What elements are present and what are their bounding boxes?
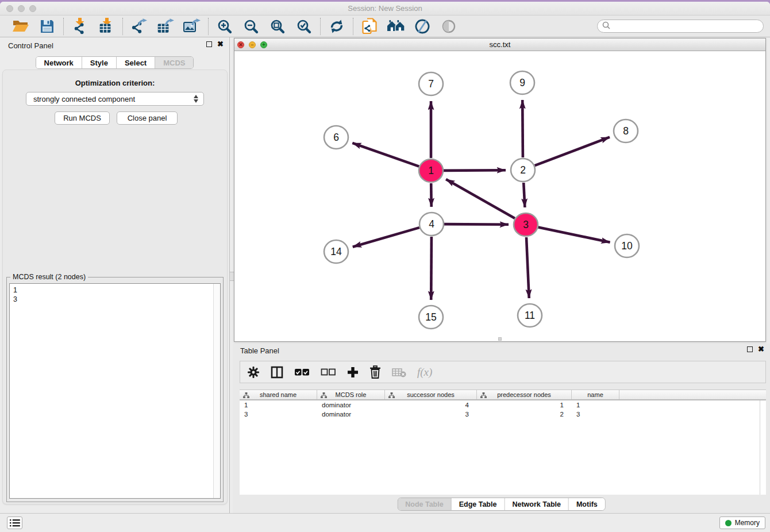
column-header-MCDS-role[interactable]: MCDS role [317, 390, 385, 399]
table-toolbar: f(x) [240, 361, 766, 383]
add-row-icon[interactable] [347, 367, 359, 378]
memory-button[interactable]: Memory [719, 516, 765, 529]
edge-3-11[interactable] [526, 237, 529, 298]
close-panel-button[interactable]: Close panel [117, 111, 178, 125]
clone-network-icon[interactable] [360, 18, 379, 35]
deselect-all-icon[interactable] [321, 368, 336, 376]
export-image-icon[interactable] [183, 18, 201, 35]
search-box[interactable] [597, 20, 764, 33]
node-6[interactable]: 6 [324, 126, 348, 149]
cell-successor-nodes[interactable]: 4 [385, 400, 477, 410]
hide-labels-icon[interactable] [413, 18, 432, 35]
edge-3-10[interactable] [538, 228, 610, 242]
network-canvas[interactable]: 7968124314101511 [234, 51, 765, 341]
search-input[interactable] [613, 22, 763, 30]
tab-mcds[interactable]: MCDS [155, 57, 193, 68]
zoom-fit-icon[interactable] [268, 18, 287, 35]
network-resize-handle[interactable] [498, 337, 502, 341]
node-7[interactable]: 7 [419, 72, 443, 95]
edge-4-3[interactable] [444, 224, 509, 225]
edge-4-14[interactable] [353, 228, 419, 247]
optimization-criterion-select[interactable]: strongly connected component [26, 92, 204, 106]
mcds-result-scrollbar[interactable] [213, 284, 220, 498]
cell-name[interactable]: 3 [572, 410, 619, 419]
node-4[interactable]: 4 [419, 213, 444, 236]
column-header-name[interactable]: name [572, 390, 619, 399]
import-network-icon[interactable] [71, 18, 89, 35]
node-8[interactable]: 8 [614, 119, 638, 142]
tab-select[interactable]: Select [117, 57, 155, 68]
cell-predecessor-nodes[interactable]: 1 [477, 400, 572, 410]
edge-1-4[interactable] [431, 183, 432, 207]
export-network-icon[interactable] [130, 18, 148, 35]
table-row[interactable]: 1dominator411 [240, 400, 766, 410]
home-pair-icon[interactable] [387, 18, 405, 35]
edge-3-1[interactable] [446, 179, 515, 218]
import-table-icon[interactable] [97, 18, 116, 35]
node-10[interactable]: 10 [615, 234, 639, 257]
edge-2-8[interactable] [535, 137, 610, 166]
zoom-in-icon[interactable] [215, 18, 234, 35]
tab-network[interactable]: Network [36, 57, 82, 68]
cell-MCDS-role[interactable]: dominator [317, 410, 385, 419]
settings-icon[interactable] [247, 366, 260, 379]
close-panel-icon[interactable]: ✖ [217, 41, 224, 47]
tab-motifs[interactable]: Motifs [569, 498, 605, 510]
show-details-icon[interactable] [440, 18, 458, 35]
cell-MCDS-role[interactable]: dominator [317, 400, 385, 410]
columns-icon[interactable] [271, 366, 283, 379]
zoom-out-icon[interactable] [242, 18, 260, 35]
mcds-result-textarea[interactable]: 1 3 [9, 283, 221, 499]
node-9[interactable]: 9 [510, 71, 534, 94]
node-14[interactable]: 14 [324, 240, 348, 263]
tab-style[interactable]: Style [82, 57, 117, 68]
task-history-button[interactable] [7, 516, 22, 529]
network-window-titlebar: ✕ − + scc.txt [234, 38, 765, 51]
tab-edge-table[interactable]: Edge Table [452, 498, 505, 510]
select-all-icon[interactable] [294, 368, 310, 376]
refresh-layout-icon[interactable] [328, 18, 346, 35]
save-session-icon[interactable] [38, 18, 56, 35]
node-15[interactable]: 15 [419, 306, 443, 329]
column-header-shared-name[interactable]: shared name [240, 390, 317, 399]
table-row[interactable]: 3dominator323 [240, 410, 766, 419]
node-3[interactable]: 3 [514, 213, 538, 236]
edge-2-3[interactable] [523, 183, 525, 207]
tab-node-table[interactable]: Node Table [398, 498, 451, 510]
column-header-predecessor-nodes[interactable]: predecessor nodes [477, 390, 572, 399]
delete-row-icon[interactable] [369, 365, 381, 379]
export-table-icon[interactable] [156, 18, 175, 35]
control-panel-header: Control Panel ✖ [0, 37, 229, 53]
float-panel-icon[interactable] [206, 41, 212, 47]
cell-shared-name[interactable]: 1 [240, 400, 317, 410]
table-float-icon[interactable] [747, 346, 753, 352]
table-scrollbar-track[interactable] [760, 400, 760, 495]
cell-successor-nodes[interactable]: 3 [385, 410, 477, 419]
node-2[interactable]: 2 [511, 159, 535, 182]
sort-hierarchy-icon [480, 392, 487, 399]
node-table: shared nameMCDS rolesuccessor nodesprede… [240, 390, 766, 495]
mcds-result-values: 1 3 [13, 286, 17, 304]
node-1[interactable]: 1 [419, 159, 443, 182]
cell-predecessor-nodes[interactable]: 2 [477, 410, 572, 419]
node-label: 4 [429, 218, 434, 230]
tab-network-table[interactable]: Network Table [505, 498, 569, 510]
table-panel: Table Panel ✖ f(x) shared nameMCDS roles… [233, 344, 770, 515]
edge-1-2[interactable] [444, 170, 506, 171]
edge-4-15[interactable] [431, 237, 432, 300]
cell-shared-name[interactable]: 3 [240, 410, 317, 419]
network-graph[interactable]: 7968124314101511 [234, 51, 765, 341]
edge-2-9[interactable] [522, 100, 523, 157]
column-header-successor-nodes[interactable]: successor nodes [385, 390, 477, 399]
zoom-selected-icon[interactable] [295, 18, 313, 35]
sort-hierarchy-icon [321, 392, 327, 399]
node-label: 8 [623, 125, 629, 137]
node-label: 11 [525, 310, 535, 321]
open-session-icon[interactable] [11, 18, 30, 35]
edge-1-6[interactable] [352, 143, 419, 167]
select-stepper-icon [194, 95, 198, 103]
table-close-icon[interactable]: ✖ [758, 346, 764, 352]
node-11[interactable]: 11 [518, 304, 542, 327]
run-mcds-button[interactable]: Run MCDS [55, 111, 110, 125]
cell-name[interactable]: 1 [572, 400, 619, 410]
